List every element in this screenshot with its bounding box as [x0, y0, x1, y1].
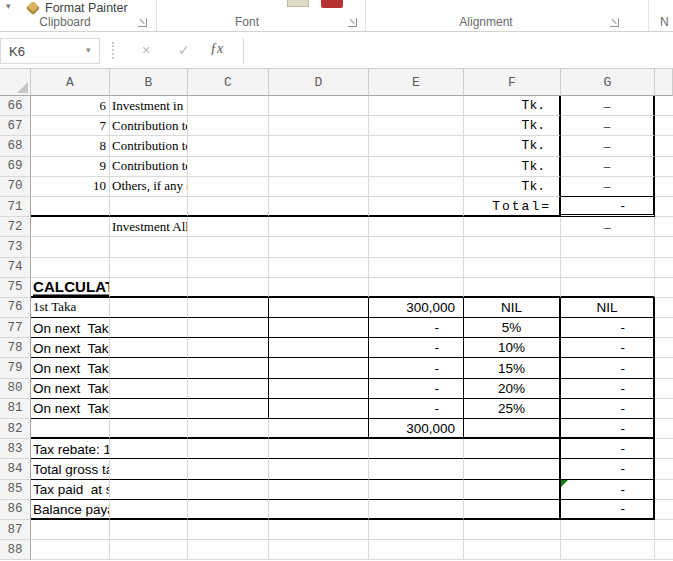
- cell-A83[interactable]: Tax rebate: 15% on allowable investment: [31, 439, 110, 459]
- cell-C68[interactable]: [188, 136, 269, 156]
- select-all-corner[interactable]: [0, 69, 31, 96]
- cell-H70[interactable]: [655, 177, 673, 197]
- cell-C78[interactable]: [188, 338, 269, 358]
- row-header-81[interactable]: 81: [0, 399, 31, 419]
- cell-B75[interactable]: [110, 278, 188, 298]
- cell-F75[interactable]: [464, 278, 561, 298]
- cell-A76[interactable]: 1st Taka: [31, 298, 110, 318]
- cell-A86[interactable]: Balance payable: [31, 500, 110, 520]
- cell-G85[interactable]: -: [561, 480, 655, 500]
- cell-C75[interactable]: [188, 278, 269, 298]
- cell-H79[interactable]: [655, 358, 673, 378]
- cell-C84[interactable]: [188, 459, 269, 479]
- cell-C72[interactable]: [188, 217, 269, 237]
- cell-C88[interactable]: [188, 540, 269, 560]
- cell-E66[interactable]: [369, 96, 464, 116]
- cell-E88[interactable]: [369, 540, 464, 560]
- col-header-b[interactable]: B: [110, 69, 188, 96]
- col-header-d[interactable]: D: [269, 69, 369, 96]
- cell-B68[interactable]: Contribution to Benevolent Fund and Grou…: [110, 136, 188, 156]
- cell-G86[interactable]: -: [561, 500, 655, 520]
- cell-E86[interactable]: [369, 500, 464, 520]
- font-color-swatch-icon[interactable]: [321, 0, 343, 8]
- row-header-72[interactable]: 72: [0, 217, 31, 237]
- cell-D66[interactable]: [269, 96, 369, 116]
- cell-B86[interactable]: [110, 500, 188, 520]
- col-header-a[interactable]: A: [31, 69, 110, 96]
- row-header-68[interactable]: 68: [0, 136, 31, 156]
- cell-F78[interactable]: 10%: [464, 338, 561, 358]
- cell-E79[interactable]: -: [369, 358, 464, 378]
- cell-E76[interactable]: 300,000: [369, 298, 464, 318]
- name-box-dropdown-icon[interactable]: ▾: [86, 45, 91, 55]
- resize-dots-icon[interactable]: [112, 42, 114, 59]
- cell-A80[interactable]: On next Taka: [31, 379, 110, 399]
- cell-E82[interactable]: 300,000: [369, 419, 464, 439]
- cell-H83[interactable]: [655, 439, 673, 459]
- cell-G84[interactable]: -: [561, 459, 655, 479]
- cell-E77[interactable]: -: [369, 318, 464, 338]
- cell-B87[interactable]: [110, 520, 188, 540]
- cell-G73[interactable]: [561, 237, 655, 257]
- cell-C82[interactable]: [188, 419, 269, 439]
- cell-F85[interactable]: [464, 480, 561, 500]
- insert-function-icon[interactable]: ƒx: [210, 40, 223, 58]
- cell-C73[interactable]: [188, 237, 269, 257]
- cell-C79[interactable]: [188, 358, 269, 378]
- cell-D69[interactable]: [269, 157, 369, 177]
- cell-G82[interactable]: -: [561, 419, 655, 439]
- cell-G75[interactable]: [561, 278, 655, 298]
- cell-H67[interactable]: [655, 116, 673, 136]
- row-header-77[interactable]: 77: [0, 318, 31, 338]
- cell-B74[interactable]: [110, 258, 188, 278]
- cell-D78[interactable]: [269, 338, 369, 358]
- cell-G74[interactable]: [561, 258, 655, 278]
- cell-F68[interactable]: Tk.: [464, 136, 561, 156]
- cell-F71[interactable]: Total=: [464, 197, 561, 217]
- cell-H68[interactable]: [655, 136, 673, 156]
- cell-F80[interactable]: 20%: [464, 379, 561, 399]
- cell-B83[interactable]: [110, 439, 188, 459]
- cell-B71[interactable]: [110, 197, 188, 217]
- cell-A85[interactable]: Tax paid at source + Advance payment: [31, 480, 110, 500]
- formula-input[interactable]: [245, 38, 673, 64]
- name-box[interactable]: K6: [0, 38, 100, 64]
- cell-F82[interactable]: [464, 419, 561, 439]
- cell-E75[interactable]: [369, 278, 464, 298]
- cell-B69[interactable]: Contribution to Zakat Fund: [110, 157, 188, 177]
- cell-B66[interactable]: Investment in approved debenture or debe…: [110, 96, 188, 116]
- cell-B81[interactable]: [110, 399, 188, 419]
- cell-H80[interactable]: [655, 379, 673, 399]
- cell-C69[interactable]: [188, 157, 269, 177]
- cell-D76[interactable]: [269, 298, 369, 318]
- row-header-70[interactable]: 70: [0, 177, 31, 197]
- cell-B88[interactable]: [110, 540, 188, 560]
- cell-D71[interactable]: [269, 197, 369, 217]
- cell-H76[interactable]: [655, 298, 673, 318]
- cell-H69[interactable]: [655, 157, 673, 177]
- cell-D83[interactable]: [269, 439, 369, 459]
- cell-G87[interactable]: [561, 520, 655, 540]
- cell-H71[interactable]: [655, 197, 673, 217]
- cell-D84[interactable]: [269, 459, 369, 479]
- col-header-e[interactable]: E: [369, 69, 464, 96]
- cell-H72[interactable]: [655, 217, 673, 237]
- cell-A74[interactable]: [31, 258, 110, 278]
- cell-A69[interactable]: 9: [31, 157, 110, 177]
- cell-F74[interactable]: [464, 258, 561, 278]
- cell-B70[interactable]: Others, if any (Laptop computer ): [110, 177, 188, 197]
- cell-F79[interactable]: 15%: [464, 358, 561, 378]
- cell-F84[interactable]: [464, 459, 561, 479]
- cell-D86[interactable]: [269, 500, 369, 520]
- cell-D88[interactable]: [269, 540, 369, 560]
- col-header-f[interactable]: F: [464, 69, 561, 96]
- cell-D74[interactable]: [269, 258, 369, 278]
- cell-A77[interactable]: On next Taka: [31, 318, 110, 338]
- col-header-c[interactable]: C: [188, 69, 269, 96]
- cell-E81[interactable]: -: [369, 399, 464, 419]
- row-header-67[interactable]: 67: [0, 116, 31, 136]
- cell-E72[interactable]: [369, 217, 464, 237]
- cell-G88[interactable]: [561, 540, 655, 560]
- cell-G78[interactable]: -: [561, 338, 655, 358]
- cell-D77[interactable]: [269, 318, 369, 338]
